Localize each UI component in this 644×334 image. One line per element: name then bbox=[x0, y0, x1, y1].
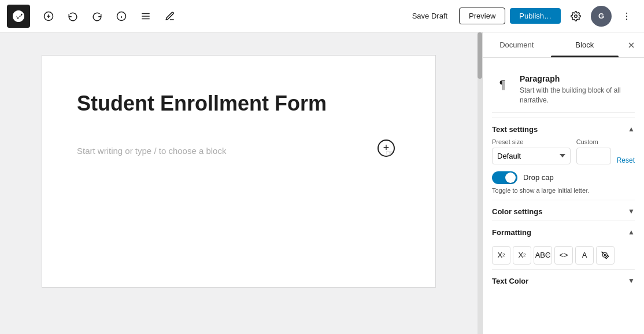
color-highlight-button[interactable] bbox=[596, 246, 615, 265]
text-settings-chevron: ▲ bbox=[628, 125, 635, 133]
placeholder-block[interactable]: Start writing or type / to choose a bloc… bbox=[77, 135, 401, 167]
main-layout: Student Enrollment Form Start writing or… bbox=[0, 32, 644, 334]
publish-button[interactable]: Publish… bbox=[510, 8, 561, 24]
wp-logo[interactable]: W bbox=[7, 5, 30, 28]
sidebar: Document Block ¶ Paragraph Start with th… bbox=[482, 32, 644, 334]
custom-col: Custom bbox=[576, 138, 611, 164]
preview-button[interactable]: Preview bbox=[459, 8, 505, 24]
color-settings-header[interactable]: Color settings ▼ bbox=[492, 200, 635, 221]
strikethrough-button[interactable]: ABC bbox=[534, 246, 552, 265]
text-settings-title: Text settings bbox=[492, 125, 538, 134]
preset-size-select[interactable]: Default bbox=[492, 148, 571, 164]
formatting-title: Formatting bbox=[492, 228, 531, 237]
text-color-title: Text Color bbox=[492, 277, 528, 285]
svg-point-17 bbox=[604, 254, 605, 255]
settings-button[interactable] bbox=[565, 6, 586, 27]
superscript-button[interactable]: X2 bbox=[492, 246, 510, 265]
block-paragraph-icon: ¶ bbox=[492, 74, 513, 95]
text-settings-header[interactable]: Text settings ▲ bbox=[492, 118, 635, 138]
svg-point-14 bbox=[626, 19, 627, 20]
preset-col: Preset size Default bbox=[492, 138, 571, 164]
add-block-cursor: + ☞ bbox=[377, 140, 401, 163]
cursor-hand-icon: ☞ bbox=[386, 148, 394, 159]
more-options-button[interactable] bbox=[616, 6, 637, 27]
scroll-thumb[interactable] bbox=[478, 32, 482, 79]
drop-cap-toggle[interactable] bbox=[492, 171, 517, 184]
svg-text:W: W bbox=[15, 13, 21, 20]
drop-cap-row: Drop cap bbox=[492, 171, 635, 184]
keyboard-button[interactable]: A bbox=[575, 246, 594, 265]
user-avatar[interactable]: G bbox=[591, 6, 612, 27]
save-draft-button[interactable]: Save Draft bbox=[405, 8, 454, 24]
drop-cap-label: Drop cap bbox=[523, 173, 554, 182]
toggle-knob bbox=[505, 172, 516, 183]
scroll-track[interactable] bbox=[478, 32, 482, 334]
subscript-button[interactable]: X2 bbox=[513, 246, 531, 265]
custom-size-input[interactable] bbox=[576, 148, 611, 164]
preset-size-label: Preset size bbox=[492, 138, 571, 145]
tab-document[interactable]: Document bbox=[483, 32, 551, 57]
block-description: ¶ Paragraph Start with the building bloc… bbox=[492, 67, 635, 113]
formatting-chevron: ▲ bbox=[628, 228, 635, 236]
tools-button[interactable] bbox=[160, 6, 180, 27]
tab-block[interactable]: Block bbox=[551, 32, 619, 57]
list-view-button[interactable] bbox=[135, 6, 156, 27]
svg-point-11 bbox=[575, 14, 578, 17]
sidebar-close-button[interactable] bbox=[621, 35, 642, 56]
custom-label: Custom bbox=[576, 138, 611, 145]
toolbar: W bbox=[0, 0, 644, 32]
color-settings-title: Color settings bbox=[492, 207, 542, 216]
sidebar-tabs: Document Block bbox=[483, 32, 644, 58]
color-settings-chevron: ▼ bbox=[628, 207, 635, 215]
preset-custom-row: Preset size Default Custom Reset bbox=[492, 138, 635, 164]
drop-cap-hint: Toggle to show a large initial letter. bbox=[492, 186, 635, 195]
add-block-button[interactable] bbox=[38, 6, 59, 27]
block-info: Paragraph Start with the building block … bbox=[520, 74, 635, 105]
formatting-row: X2 X2 ABC <> A bbox=[492, 241, 635, 269]
placeholder-text: Start writing or type / to choose a bloc… bbox=[77, 146, 226, 156]
post-title[interactable]: Student Enrollment Form bbox=[77, 90, 401, 118]
undo-button[interactable] bbox=[62, 6, 83, 27]
formatting-header[interactable]: Formatting ▲ bbox=[492, 221, 635, 241]
text-color-chevron: ▼ bbox=[628, 277, 635, 285]
reset-button[interactable]: Reset bbox=[617, 156, 635, 164]
inline-code-button[interactable]: <> bbox=[554, 246, 573, 265]
text-color-header[interactable]: Text Color ▼ bbox=[492, 269, 635, 290]
toolbar-right: Save Draft Preview Publish… G bbox=[405, 6, 637, 27]
svg-point-12 bbox=[626, 12, 627, 13]
toolbar-left: W bbox=[7, 5, 180, 28]
editor-canvas: Student Enrollment Form Start writing or… bbox=[42, 56, 435, 287]
redo-button[interactable] bbox=[87, 6, 108, 27]
sidebar-content: ¶ Paragraph Start with the building bloc… bbox=[483, 58, 644, 334]
editor-area[interactable]: Student Enrollment Form Start writing or… bbox=[0, 32, 478, 334]
block-info-desc: Start with the building block of all nar… bbox=[520, 86, 635, 105]
svg-point-13 bbox=[626, 15, 627, 16]
block-info-title: Paragraph bbox=[520, 74, 635, 83]
info-button[interactable] bbox=[111, 6, 132, 27]
